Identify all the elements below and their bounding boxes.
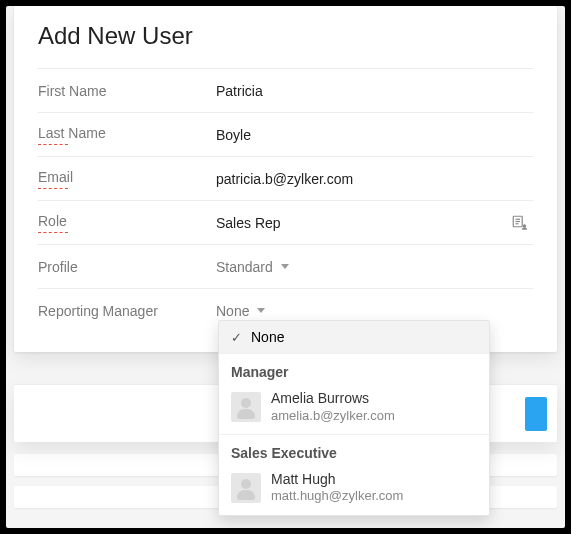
- first-name-label: First Name: [38, 83, 106, 99]
- last-name-label: Last Name: [38, 125, 106, 141]
- chevron-down-icon: [281, 264, 289, 269]
- dialog-backdrop: Add New User First Name Last Name: [6, 6, 565, 528]
- reporting-manager-selected-value: None: [216, 303, 249, 319]
- role-picker-icon[interactable]: [511, 214, 529, 232]
- profile-label: Profile: [38, 259, 78, 275]
- field-last-name: Last Name: [38, 112, 533, 156]
- last-name-input[interactable]: [216, 127, 533, 143]
- dropdown-option-label: None: [251, 329, 284, 345]
- field-profile: Profile Standard: [38, 244, 533, 288]
- email-label: Email: [38, 169, 73, 185]
- required-indicator: [38, 188, 68, 189]
- field-email: Email: [38, 156, 533, 200]
- reporting-manager-dropdown: ✓ None Manager Amelia Burrows amelia.b@z…: [218, 320, 490, 516]
- profile-selected-value: Standard: [216, 259, 273, 275]
- check-icon: ✓: [229, 330, 243, 344]
- primary-action-button[interactable]: [525, 397, 547, 431]
- first-name-input[interactable]: [216, 83, 533, 99]
- svg-point-4: [523, 224, 526, 227]
- dropdown-option-none[interactable]: ✓ None: [219, 321, 489, 353]
- dropdown-option-person[interactable]: Matt Hugh matt.hugh@zylker.com: [219, 465, 489, 515]
- add-user-dialog: Add New User First Name Last Name: [14, 6, 557, 352]
- person-email: matt.hugh@zylker.com: [271, 488, 403, 504]
- reporting-manager-select[interactable]: None: [216, 303, 265, 319]
- person-name: Matt Hugh: [271, 471, 403, 489]
- avatar: [231, 473, 261, 503]
- person-email: amelia.b@zylker.com: [271, 408, 395, 424]
- field-role: Role: [38, 200, 533, 244]
- role-input[interactable]: [216, 215, 511, 231]
- field-first-name: First Name: [38, 68, 533, 112]
- avatar: [231, 392, 261, 422]
- dialog-title: Add New User: [14, 6, 557, 68]
- required-indicator: [38, 144, 68, 145]
- profile-select[interactable]: Standard: [216, 259, 289, 275]
- role-label: Role: [38, 213, 67, 229]
- dropdown-section-sales-executive: Sales Executive: [219, 434, 489, 465]
- email-input[interactable]: [216, 171, 533, 187]
- add-user-form: First Name Last Name Email: [14, 68, 557, 332]
- person-name: Amelia Burrows: [271, 390, 395, 408]
- dropdown-section-manager: Manager: [219, 353, 489, 384]
- chevron-down-icon: [257, 308, 265, 313]
- required-indicator: [38, 232, 68, 233]
- reporting-manager-label: Reporting Manager: [38, 303, 158, 319]
- dropdown-option-person[interactable]: Amelia Burrows amelia.b@zylker.com: [219, 384, 489, 434]
